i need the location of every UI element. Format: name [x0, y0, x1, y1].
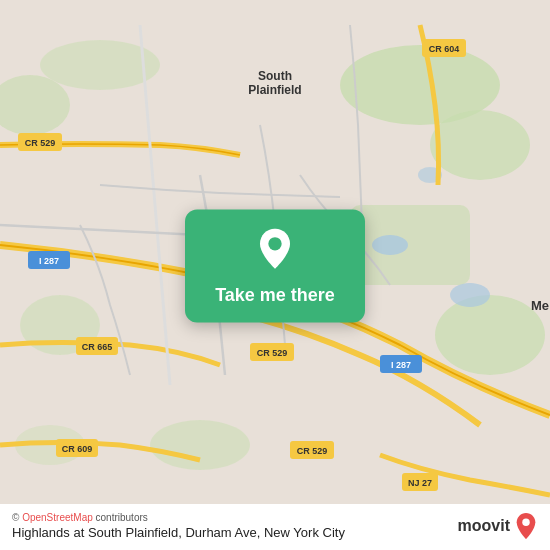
svg-text:CR 609: CR 609: [62, 444, 93, 454]
svg-point-11: [450, 283, 490, 307]
svg-text:CR 529: CR 529: [257, 348, 288, 358]
osm-link[interactable]: OpenStreetMap: [22, 512, 93, 523]
svg-text:I 287: I 287: [39, 256, 59, 266]
svg-text:South: South: [258, 69, 292, 83]
moovit-logo: moovit: [458, 512, 538, 540]
svg-point-8: [150, 420, 250, 470]
cta-card[interactable]: Take me there: [185, 209, 365, 322]
location-label: Highlands at South Plainfield, Durham Av…: [12, 525, 345, 540]
bottom-bar: © OpenStreetMap contributors Highlands a…: [0, 504, 550, 550]
svg-point-36: [522, 519, 529, 526]
svg-text:Me: Me: [531, 298, 549, 313]
svg-text:CR 529: CR 529: [297, 446, 328, 456]
map-container: CR 529 CR 604 I 287 I 287 CR 665 CR 529 …: [0, 0, 550, 550]
svg-text:I 287: I 287: [391, 360, 411, 370]
moovit-pin-icon: [514, 512, 538, 540]
svg-text:Plainfield: Plainfield: [248, 83, 301, 97]
svg-point-2: [430, 110, 530, 180]
svg-text:CR 604: CR 604: [429, 44, 460, 54]
svg-text:NJ 27: NJ 27: [408, 478, 432, 488]
svg-text:CR 529: CR 529: [25, 138, 56, 148]
moovit-brand-text: moovit: [458, 517, 510, 535]
svg-text:CR 665: CR 665: [82, 342, 113, 352]
bottom-left-info: © OpenStreetMap contributors Highlands a…: [12, 512, 345, 540]
svg-rect-5: [350, 205, 470, 285]
location-pin-icon: [250, 225, 300, 275]
osm-attribution: © OpenStreetMap contributors: [12, 512, 345, 523]
svg-point-6: [435, 295, 545, 375]
svg-point-10: [372, 235, 408, 255]
svg-point-35: [268, 237, 281, 250]
take-me-there-button[interactable]: Take me there: [215, 285, 335, 306]
